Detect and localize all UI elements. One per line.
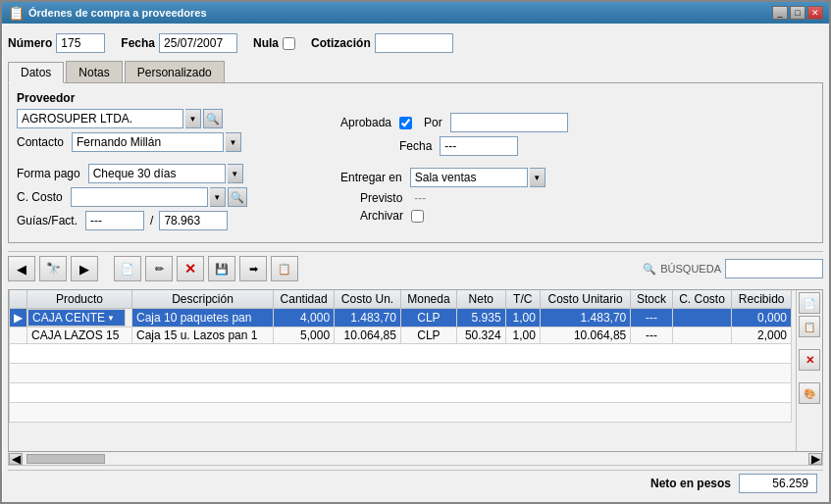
table-row-empty <box>10 344 792 364</box>
arrow-button[interactable]: ➡ <box>239 256 267 281</box>
data-table: Producto Descripción Cantidad Costo Un. … <box>9 290 792 423</box>
table-row-empty <box>10 403 792 423</box>
edit-button[interactable]: ✏ <box>145 256 173 281</box>
horizontal-scrollbar[interactable]: ◀ ▶ <box>8 452 823 466</box>
proveedor-input-group: AGROSUPER LTDA. ▼ 🔍 <box>17 109 223 128</box>
ccosto-search-btn[interactable]: 🔍 <box>228 187 247 207</box>
side-color-icon: 🎨 <box>804 388 815 399</box>
search-icon-2: 🔍 <box>231 191 244 204</box>
archivar-checkbox[interactable] <box>411 210 424 223</box>
col-recibido: Recibido <box>732 290 792 309</box>
formapago-dropdown-btn[interactable]: ▼ <box>228 164 243 183</box>
ccosto-dropdown[interactable] <box>71 187 208 207</box>
header-row: Número Fecha Nula Cotización <box>8 29 823 57</box>
producto-dropdown-icon[interactable]: ▼ <box>107 314 115 323</box>
copy-icon: 📋 <box>278 263 291 276</box>
copy-button[interactable]: 📋 <box>271 256 298 281</box>
cell-c-costo <box>672 328 732 344</box>
por-input[interactable]: Jaime Martín <box>450 113 568 132</box>
ccosto-input-group: ▼ 🔍 <box>71 187 247 207</box>
scroll-left-btn[interactable]: ◀ <box>9 453 23 465</box>
table-scroll-area[interactable]: Producto Descripción Cantidad Costo Un. … <box>9 290 792 451</box>
formapago-dropdown[interactable]: Cheque 30 días <box>88 164 226 183</box>
por-label: Por <box>424 116 442 129</box>
scroll-right-btn[interactable]: ▶ <box>808 453 822 465</box>
search-button[interactable]: 🔭 <box>39 256 67 281</box>
previsto-label: Previsto <box>360 191 402 205</box>
table-body: ▶ CAJA CENTE ▼ Caja 10 paquetes pan 4,00… <box>10 309 792 423</box>
toolbar-left: ◀ 🔭 ▶ 📄 ✏ ✕ 💾 ➡ <box>8 256 298 281</box>
proveedor-dropdown-btn[interactable]: ▼ <box>185 109 201 128</box>
cell-tc: 1,00 <box>505 309 540 328</box>
table-area: Producto Descripción Cantidad Costo Un. … <box>8 289 823 466</box>
proveedor-search-btn[interactable]: 🔍 <box>203 109 223 128</box>
cell-descripcion: Caja 10 paquetes pan <box>132 309 274 328</box>
entregar-dropdown-btn[interactable]: ▼ <box>530 168 545 187</box>
table-wrapper: Producto Descripción Cantidad Costo Un. … <box>8 289 823 452</box>
new-button[interactable]: 📄 <box>114 256 141 281</box>
form-panel: Proveedor AGROSUPER LTDA. ▼ 🔍 <box>8 82 823 243</box>
archivar-row: Archivar <box>340 209 814 223</box>
tab-datos[interactable]: Datos <box>8 62 64 83</box>
nula-group: Nula <box>253 36 295 50</box>
cell-tc: 1,00 <box>505 328 540 344</box>
table-row[interactable]: ▶ CAJA CENTE ▼ Caja 10 paquetes pan 4,00… <box>10 309 792 328</box>
minimize-button[interactable]: _ <box>772 6 788 20</box>
guias-input2[interactable] <box>159 211 228 230</box>
cell-stock: --- <box>631 309 672 328</box>
fecha-group: Fecha <box>121 33 237 53</box>
close-button[interactable]: ✕ <box>807 6 823 20</box>
nula-label: Nula <box>253 36 279 50</box>
scroll-thumb-h[interactable] <box>26 454 105 464</box>
col-neto: Neto <box>456 290 505 309</box>
fecha-aprobada-row: Fecha <box>340 136 814 156</box>
fecha-input[interactable] <box>159 33 237 53</box>
col-tc: T/C <box>505 290 540 309</box>
proveedor-dropdown[interactable]: AGROSUPER LTDA. <box>17 109 183 128</box>
nula-checkbox[interactable] <box>283 37 295 50</box>
cotizacion-input[interactable] <box>375 33 453 53</box>
ccosto-dropdown-btn[interactable]: ▼ <box>210 187 226 207</box>
col-descripcion: Descripción <box>132 290 274 309</box>
cell-neto: 5.935 <box>456 309 505 328</box>
side-btn-delete[interactable]: ✕ <box>799 349 820 371</box>
delete-button[interactable]: ✕ <box>177 256 204 281</box>
table-row[interactable]: CAJA LAZOS 15 Caja 15 u. Lazos pan 1 5,0… <box>10 328 792 344</box>
maximize-button[interactable]: □ <box>790 6 805 20</box>
window-content: Número Fecha Nula Cotización Datos Notas… <box>2 24 829 502</box>
tab-personalizado[interactable]: Personalizado <box>125 61 225 82</box>
col-moneda: Moneda <box>400 290 456 309</box>
cell-c-costo <box>672 309 732 328</box>
cell-cantidad: 5,000 <box>274 328 335 344</box>
side-btn-2[interactable]: 📋 <box>799 316 820 337</box>
contacto-row: Contacto Fernando Millán ▼ <box>17 132 321 152</box>
cell-cantidad: 4,000 <box>274 309 335 328</box>
search-input[interactable] <box>725 259 823 278</box>
entregar-row: Entregar en Sala ventas ▼ <box>340 168 814 187</box>
contacto-input-group: Fernando Millán ▼ <box>72 132 241 152</box>
cell-costo-unitario: 10.064,85 <box>540 328 630 344</box>
col-c-costo: C. Costo <box>672 290 732 309</box>
col-producto: Producto <box>27 290 132 309</box>
aprobada-checkbox[interactable] <box>399 117 412 129</box>
tab-notas[interactable]: Notas <box>66 61 122 82</box>
right-column: Aprobada Por Jaime Martín Fecha <box>340 91 814 234</box>
fecha-aprobada-input[interactable] <box>440 136 518 156</box>
cell-neto: 50.324 <box>456 328 505 344</box>
prev-button[interactable]: ◀ <box>8 256 35 281</box>
contacto-dropdown[interactable]: Fernando Millán <box>72 132 224 152</box>
aprobada-label: Aprobada <box>340 116 391 129</box>
entregar-dropdown[interactable]: Sala ventas <box>410 168 528 187</box>
contacto-dropdown-btn[interactable]: ▼ <box>226 132 241 152</box>
entregar-label: Entregar en <box>340 171 402 184</box>
aprobada-row: Aprobada Por Jaime Martín <box>340 113 814 132</box>
save-button[interactable]: 💾 <box>208 256 235 281</box>
cotizacion-label: Cotización <box>311 36 371 50</box>
side-btn-1[interactable]: 📄 <box>799 292 820 314</box>
numero-input[interactable] <box>56 33 105 53</box>
guias-input1[interactable] <box>85 211 144 230</box>
cell-recibido: 0,000 <box>732 309 792 328</box>
next-button[interactable]: ▶ <box>71 256 98 281</box>
side-btn-color[interactable]: 🎨 <box>799 382 820 404</box>
save-icon: 💾 <box>215 263 229 276</box>
